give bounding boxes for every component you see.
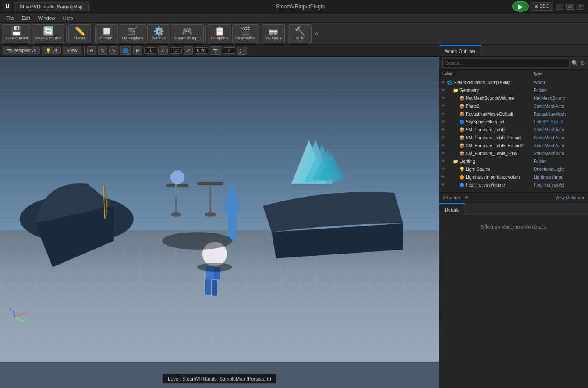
item-name: SteamVRHands_SampleMap [453,80,534,85]
visibility-toggle[interactable]: 👁 [441,80,445,85]
toolbar-marketplace[interactable]: 🛒 Marketplace [119,24,146,43]
toolbar-save-current[interactable]: 💾 Save Current [2,24,31,43]
outliner-item[interactable]: 👁 🔶 LightmassImportanceVolum LightmassIm… [439,173,588,181]
item-name: SM_Furniture_Table_Small [466,151,534,156]
outliner-item[interactable]: 👁 📦 RecastNavMesh-Default RecastNavMesh [439,110,588,118]
outliner-view-options[interactable]: View Options ▾ [555,195,584,200]
menubar: File Edit Window Help [0,13,588,23]
visibility-toggle[interactable]: 👁 [441,120,445,124]
perspective-button[interactable]: 📷 Perspective [3,47,40,54]
play-button[interactable]: ▶ [512,1,529,12]
source-control-icon: 🔄 [43,27,54,35]
visibility-toggle[interactable]: 👁 [441,96,445,100]
visibility-toggle[interactable]: 👁 [441,104,445,108]
visibility-toggle[interactable]: 👁 [441,127,445,132]
angle-button[interactable]: ∠ [158,46,168,55]
outliner-item[interactable]: 👁 📦 SM_Furniture_Table_Round StaticMeshA… [439,134,588,141]
visibility-toggle[interactable]: 👁 [441,159,445,163]
visibility-toggle[interactable]: 👁 [441,88,445,92]
toolbar-more-button[interactable]: » [312,27,320,40]
toolbar-vr-mode[interactable]: 🥽 VR Mode [262,24,285,43]
visibility-toggle[interactable]: 👁 [441,135,445,140]
camera-speed-value[interactable]: 4 [223,47,235,54]
viewport-canvas[interactable]: X Y Z Level: SteamVRHands_SampleMap (Per… [0,57,439,388]
ddc-button[interactable]: ⊞ DDC [531,2,553,11]
toolbar-cinematics[interactable]: 🎬 Cinematics [232,24,258,43]
outliner-item[interactable]: 👁 📦 SM_Furniture_Table_Round2 StaticMesh… [439,141,588,149]
menu-edit[interactable]: Edit [18,14,34,21]
outliner-item[interactable]: 👁 🌐 SteamVRHands_SampleMap World [439,78,588,86]
outliner-item[interactable]: 👁 📁 Geometry Folder [439,86,588,94]
outliner-search-input[interactable] [442,59,570,67]
translate-button[interactable]: ⊕ [87,46,96,55]
toolbar-separator-3 [205,25,206,42]
svg-rect-9 [175,184,177,198]
item-name: SM_Furniture_Table_Round [466,135,534,140]
visibility-toggle[interactable]: 👁 [441,112,445,116]
outliner-item[interactable]: 👁 💡 Light Source DirectionalLight [439,165,588,173]
item-name: LightmassImportanceVolum [466,175,534,180]
titlebar-left: U SteamVRHands_SampleMap [0,2,89,11]
item-type-icon: 📦 [459,127,464,132]
toolbar-blueprints[interactable]: 📋 Blueprints [208,24,231,43]
blueprints-label: Blueprints [211,36,228,40]
toolbar-modes[interactable]: ✏️ Modes [68,24,91,43]
rotate-button[interactable]: ↻ [98,46,107,55]
steamvr-icon: 🎮 [182,27,193,35]
svg-line-24 [15,317,24,322]
visibility-toggle[interactable]: 👁 [441,167,445,171]
maximize-button[interactable]: ☐ [566,4,574,10]
item-name: Lighting [460,159,534,164]
toolbar-content[interactable]: 🔲 Content [95,24,118,43]
toolbar-source-control[interactable]: 🔄 Source Control [32,24,64,43]
scale-snap-button[interactable]: ⤢ [184,46,193,55]
outliner-item[interactable]: 👁 🔵 SkySphereBlueprint Edit BP_Sky_S [439,118,588,126]
svg-text:Y: Y [25,320,28,324]
lit-button[interactable]: 💡 Lit [42,47,61,54]
view-options-label: View Options [555,195,581,200]
cinematics-icon: 🎬 [240,27,251,35]
eye-icon[interactable]: 👁 [464,195,469,200]
menu-help[interactable]: Help [60,14,77,21]
world-local-button[interactable]: 🌐 [120,46,131,55]
outliner-item[interactable]: 👁 📦 Plane2 StaticMeshActo [439,102,588,110]
svg-rect-5 [209,185,211,214]
grid-button[interactable]: ⊞ [133,46,142,55]
scale-button[interactable]: ⤡ [109,46,118,55]
toolbar: 💾 Save Current 🔄 Source Control ✏️ Modes… [0,23,588,45]
world-outliner-tab[interactable]: World Outliner [439,45,481,56]
details-tab[interactable]: Details [439,203,465,215]
outliner-item[interactable]: 👁 📦 NavMeshBoundsVolume NavMeshBound [439,94,588,102]
toolbar-steamvr-input[interactable]: 🎮 SteamVR Input [171,24,204,43]
svg-line-23 [15,313,24,317]
close-button[interactable]: ✕ [577,4,584,10]
grid-snap-value[interactable]: 10 [144,47,156,54]
visibility-toggle[interactable]: 👁 [441,151,445,155]
outliner-settings-icon[interactable]: ⚙ [580,60,585,67]
menu-file[interactable]: File [3,14,18,21]
outliner-item[interactable]: 👁 📦 SM_Furniture_Table_Small StaticMeshA… [439,149,588,157]
grid-icon: ⊞ [535,4,538,9]
toolbar-build[interactable]: 🔨 Build [289,24,312,43]
minimize-button[interactable]: — [556,4,563,10]
visibility-toggle[interactable]: 👁 [441,175,445,179]
outliner-item[interactable]: 👁 📦 SM_Furniture_Table StaticMeshActo [439,126,588,134]
item-type-icon: 📦 [459,143,464,148]
outliner-search-icon[interactable]: 🔍 [571,60,578,67]
item-type: Folder [534,88,586,93]
menu-window[interactable]: Window [35,14,59,21]
visibility-toggle[interactable]: 👁 [441,143,445,148]
camera-speed-button[interactable]: 📷 [210,46,221,55]
toolbar-settings[interactable]: ⚙️ Settings [147,24,170,43]
outliner-item[interactable]: 👁 📁 Lighting Folder [439,157,588,165]
show-button[interactable]: Show [63,47,81,54]
maximize-viewport-button[interactable]: ⛶ [237,47,247,55]
content-label: Content [99,36,113,40]
scale-snap-value[interactable]: 0.25 [195,47,208,54]
rotation-snap-value[interactable]: 10° [170,47,182,54]
content-icon: 🔲 [101,27,112,35]
item-type[interactable]: Edit BP_Sky_S [534,120,586,124]
outliner-item[interactable]: 👁 🔷 PostProcessVolume PostProcessVol [439,181,588,189]
active-tab[interactable]: SteamVRHands_SampleMap [14,2,89,11]
visibility-toggle[interactable]: 👁 [441,183,445,187]
